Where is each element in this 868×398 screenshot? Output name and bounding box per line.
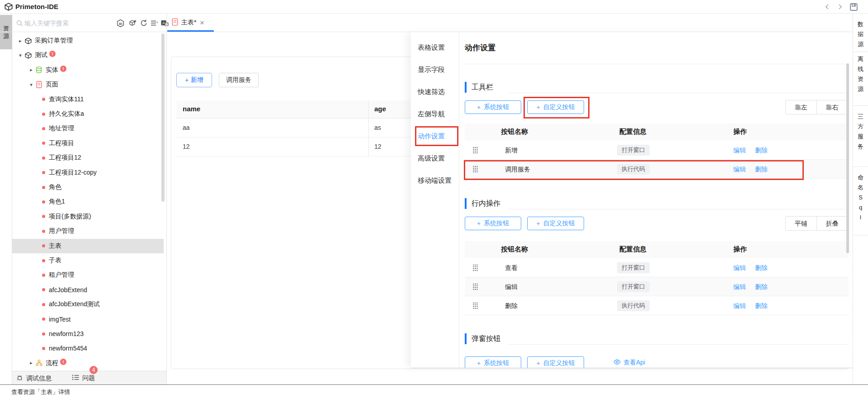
tree-item[interactable]: 工程项目12-copy <box>12 166 164 180</box>
right-rail-tab[interactable]: 数据源 <box>853 19 868 49</box>
align-right-button[interactable]: 靠右 <box>816 100 847 114</box>
tree-item[interactable]: 项目(多数据源) <box>12 209 164 224</box>
edit-link[interactable]: 编辑 <box>733 166 746 174</box>
right-rail-tab[interactable]: 命名Sql <box>853 173 868 223</box>
settings-menu-item[interactable]: 动作设置 <box>418 131 445 141</box>
edit-link[interactable]: 编辑 <box>733 264 746 272</box>
system-button-add[interactable]: +系统按钮 <box>465 100 521 114</box>
chevron-right-icon[interactable]: ▸ <box>17 38 24 44</box>
settings-menu-item[interactable]: 左侧导航 <box>418 109 445 119</box>
tree-item[interactable]: 查询实体111 <box>12 92 164 107</box>
tree-item[interactable]: ▸采购订单管理 <box>12 33 164 48</box>
drag-handle-icon[interactable] <box>473 147 478 155</box>
tree-item[interactable]: imgTest <box>12 312 164 327</box>
chevron-right-icon[interactable]: ▸ <box>28 67 35 73</box>
tree-item[interactable]: afcJobExtend <box>12 283 164 297</box>
cube-add-icon[interactable] <box>127 19 137 27</box>
plus-icon: + <box>185 76 189 84</box>
settings-menu-item[interactable]: 移动端设置 <box>418 175 452 185</box>
problems-button[interactable]: 问题 <box>72 374 95 382</box>
drag-handle-icon[interactable] <box>473 284 478 292</box>
tree-item-label: 实体 <box>46 66 58 74</box>
settings-menu-item[interactable]: 显示字段 <box>418 65 445 75</box>
tree-item[interactable]: ▸流程! <box>12 356 164 370</box>
chevron-right-icon[interactable]: ▸ <box>28 360 35 366</box>
view-api-link[interactable]: 查看Api <box>613 359 645 367</box>
ai-icon[interactable]: AI <box>115 19 125 27</box>
dot-icon <box>42 156 45 160</box>
settings-menu-item[interactable]: 快速筛选 <box>418 87 445 97</box>
delete-link[interactable]: 删除 <box>755 166 768 174</box>
column-header: 按钮名称 <box>501 245 528 254</box>
cell: as <box>374 124 381 131</box>
drawer-scrollbar[interactable] <box>846 63 849 253</box>
nav-back-icon[interactable] <box>823 2 832 11</box>
tree-item[interactable]: 子表 <box>12 253 164 268</box>
tree-item[interactable]: 工程项目12 <box>12 151 164 165</box>
settings-menu-item[interactable]: 高级设置 <box>418 153 445 163</box>
tree-item[interactable]: 用户管理 <box>12 224 164 238</box>
page-icon <box>36 81 42 88</box>
tab-main-table[interactable]: 主表* ✕ <box>168 14 214 32</box>
cube-icon <box>24 38 32 44</box>
inline-actions-table: 按钮名称 配置信息 操作 查看打开窗口编辑删除编辑打开窗口编辑删除删除执行代码编… <box>465 241 849 315</box>
tree-item-label: newform5454 <box>49 345 87 352</box>
refresh-icon[interactable] <box>139 19 149 27</box>
edit-link[interactable]: 编辑 <box>733 302 746 310</box>
drag-handle-icon[interactable] <box>473 265 478 273</box>
edit-link[interactable]: 编辑 <box>733 283 746 291</box>
tree-item[interactable]: ▸实体! <box>12 63 164 77</box>
debug-info-button[interactable]: 调试信息 <box>16 374 52 383</box>
tree-item[interactable]: 持久化实体a <box>12 107 164 121</box>
tree-item[interactable]: newform123 <box>12 327 164 341</box>
system-button-add[interactable]: +系统按钮 <box>465 356 521 368</box>
delete-link[interactable]: 删除 <box>755 147 768 155</box>
tree-item-label: 地址管理 <box>49 124 74 133</box>
button-name: 删除 <box>505 302 518 310</box>
right-rail-tab[interactable]: 离线资源 <box>853 54 868 94</box>
right-rail-tab[interactable]: 三方服务 <box>853 112 868 152</box>
collapse-list-icon[interactable] <box>149 19 159 27</box>
tree-item[interactable]: 主表 <box>12 239 164 253</box>
section-accent-bar <box>465 198 467 209</box>
align-left-button[interactable]: 靠左 <box>786 100 816 114</box>
custom-button-add[interactable]: +自定义按钮 <box>527 100 584 114</box>
tree-item[interactable]: ▾测试! <box>12 48 164 62</box>
tree-item[interactable]: 租户管理 <box>12 268 164 282</box>
save-icon[interactable] <box>849 2 858 11</box>
rail-tab-resources[interactable]: 资源 <box>0 15 12 49</box>
delete-link[interactable]: 删除 <box>755 302 768 310</box>
search-input[interactable]: 输入关键字搜索 <box>24 19 69 28</box>
tile-button[interactable]: 平铺 <box>786 217 816 230</box>
edit-link[interactable]: 编辑 <box>733 147 746 155</box>
drag-handle-icon[interactable] <box>473 166 478 174</box>
drag-handle-icon[interactable] <box>473 303 478 311</box>
custom-button-add[interactable]: +自定义按钮 <box>527 356 584 368</box>
config-tag: 打开窗口 <box>617 262 650 273</box>
delete-link[interactable]: 删除 <box>755 283 768 291</box>
tree-item[interactable]: newform5454 <box>12 341 164 355</box>
collapse-button[interactable]: 折叠 <box>816 217 847 230</box>
canvas-column-divider <box>368 100 369 156</box>
tree-item[interactable]: ▾页面 <box>12 77 164 92</box>
canvas-add-button[interactable]: + 新增 <box>176 73 212 87</box>
settings-menu-item[interactable]: 表格设置 <box>418 43 445 52</box>
chevron-down-icon[interactable]: ▾ <box>28 82 35 88</box>
tree-item[interactable]: 工程项目 <box>12 136 164 151</box>
dot-icon <box>42 288 45 291</box>
tree-scrollbar[interactable] <box>161 33 165 202</box>
system-button-add[interactable]: +系统按钮 <box>465 217 521 230</box>
canvas-call-service-button[interactable]: 调用服务 <box>219 73 259 87</box>
delete-link[interactable]: 删除 <box>755 264 768 272</box>
tree-item[interactable]: 角色 <box>12 180 164 194</box>
chevron-down-icon[interactable]: ▾ <box>17 52 24 58</box>
custom-button-add[interactable]: +自定义按钮 <box>527 217 584 230</box>
tree-item[interactable]: afcJobExtend测试 <box>12 297 164 312</box>
nav-forward-icon[interactable] <box>835 2 844 11</box>
tree-item[interactable]: 地址管理 <box>12 121 164 136</box>
tree-item[interactable]: 角色1 <box>12 194 164 209</box>
tab-close-icon[interactable]: ✕ <box>199 19 204 26</box>
title-divider <box>465 64 849 64</box>
tree-item-label: afcJobExtend测试 <box>49 300 100 308</box>
rail-separator <box>853 166 868 167</box>
